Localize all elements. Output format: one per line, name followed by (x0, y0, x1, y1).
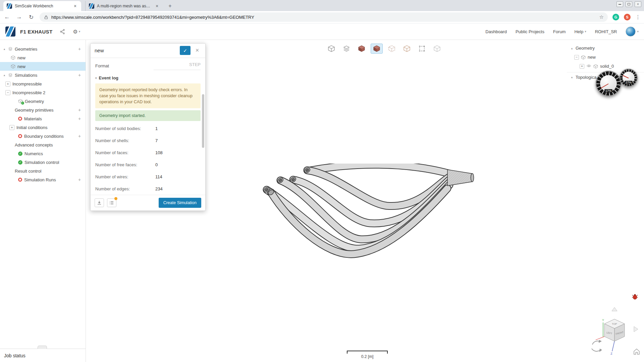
box-select-button[interactable] (416, 44, 428, 54)
sidebar-item-boundary-conditions[interactable]: Boundary conditions + (0, 132, 86, 140)
tree-label: Geometry primitives (15, 108, 54, 113)
add-material-button[interactable]: + (77, 116, 82, 121)
panel-scrollbar[interactable] (202, 94, 204, 148)
simscale-logo[interactable] (5, 26, 15, 37)
sidebar-item-geometry-new-1[interactable]: new (0, 53, 86, 62)
add-primitive-button[interactable]: + (77, 107, 82, 113)
geometry-detail-panel: ✓ × Format STEP ▾ Event log Geometry imp… (90, 43, 206, 211)
collapse-chevron-icon[interactable]: ▴ (570, 47, 574, 50)
expand-icon[interactable]: + (9, 125, 14, 130)
collapse-chevron-icon[interactable]: ▴ (3, 73, 6, 77)
wireframe-view-button[interactable] (401, 44, 413, 54)
sidebar-item-simulations[interactable]: ▴ Simulations + (0, 71, 86, 79)
grammarly-extension-icon[interactable]: G (612, 14, 619, 20)
solid-view-button[interactable] (356, 44, 368, 54)
avatar[interactable] (626, 26, 636, 37)
tree-label: Numerics (24, 151, 43, 156)
simscale-favicon (89, 3, 94, 9)
multi-select-button[interactable] (431, 44, 443, 54)
layers-view-button[interactable] (340, 44, 353, 54)
tree-label: Simulations (15, 73, 37, 78)
back-icon[interactable]: ← (3, 14, 11, 20)
nav-public-projects[interactable]: Public Projects (516, 29, 544, 34)
event-log-header[interactable]: ▾ Event log (95, 73, 201, 83)
sidebar-item-initial-conditions[interactable]: + Initial conditions (0, 123, 86, 132)
visibility-eye-icon[interactable] (586, 63, 591, 69)
collapse-icon[interactable]: − (5, 90, 10, 95)
stat-label: Number of faces: (95, 150, 155, 155)
geometry-item-new[interactable]: − new (567, 53, 644, 62)
sidebar-item-advanced-concepts[interactable]: Advanced concepts (0, 140, 86, 149)
sidebar-item-geometry[interactable]: ✓ Geometry (0, 97, 86, 106)
browser-tab-active[interactable]: SimScale Workbench × (3, 1, 81, 11)
sidebar-item-geometry-primitives[interactable]: Geometry primitives + (0, 106, 86, 114)
gauge-overlay-large: 17% (596, 71, 621, 96)
confirm-button[interactable]: ✓ (180, 46, 191, 55)
expand-icon[interactable]: + (580, 64, 584, 69)
tab-close-icon[interactable]: × (72, 3, 78, 9)
close-panel-button[interactable]: × (193, 47, 201, 55)
geometry-name-input[interactable] (95, 48, 177, 53)
reload-icon[interactable]: ↻ (28, 14, 35, 21)
add-simulation-button[interactable]: + (77, 72, 82, 78)
axis-y-label: Y (602, 318, 604, 322)
nav-help[interactable]: Help ▾ (574, 29, 586, 34)
url-bar[interactable]: https://www.simscale.com/workbench/?pid=… (40, 12, 608, 22)
sidebar-item-simulation-control[interactable]: ✓ Simulation control (0, 158, 86, 167)
navigation-cube[interactable]: Y Z TOP LEFT FRONT (588, 304, 641, 358)
browser-tab-strip: SimScale Workbench × A multi-region mesh… (0, 0, 644, 11)
expand-icon[interactable]: + (5, 81, 10, 86)
sidebar-item-numerics[interactable]: ✓ Numerics (0, 149, 86, 158)
sidebar-item-geometries[interactable]: ▴ Geometries + (0, 45, 86, 53)
fit-view-button[interactable] (325, 44, 337, 54)
add-boundary-condition-button[interactable]: + (77, 133, 82, 139)
sidebar-item-geometry-new-2-selected[interactable]: new (0, 62, 86, 71)
sidebar-item-result-control[interactable]: Result control (0, 167, 86, 175)
collapse-chevron-icon[interactable]: ▴ (3, 47, 6, 51)
browser-menu-icon[interactable]: ⋮ (635, 14, 641, 20)
nav-forum[interactable]: Forum (553, 29, 566, 34)
add-geometry-button[interactable]: + (77, 46, 82, 52)
project-settings-button[interactable]: ⚙ ▾ (73, 28, 80, 35)
bookmark-star-icon[interactable]: ☆ (599, 14, 604, 20)
exhaust-model[interactable] (261, 164, 476, 264)
nav-dashboard[interactable]: Dashboard (485, 29, 507, 34)
tab-close-icon[interactable]: × (154, 3, 160, 9)
geometry-panel-header[interactable]: ▴ Geometry (567, 44, 644, 53)
collapse-icon[interactable]: − (574, 55, 579, 60)
browser-tab-inactive[interactable]: A multi-region mesh was assigne × (85, 1, 163, 11)
geometry-icon (11, 64, 15, 69)
hidden-geometry-button[interactable] (386, 44, 398, 54)
window-minimize-button[interactable] (616, 1, 623, 7)
stat-label: Number of solid bodies: (95, 126, 155, 131)
geometry-icon (11, 55, 15, 60)
bug-report-icon[interactable] (632, 294, 638, 300)
gauge-value: 27% (625, 81, 633, 84)
sidebar-item-simulation-runs[interactable]: Simulation Runs + (0, 175, 86, 184)
stat-label: Number of wires: (95, 174, 155, 179)
forward-icon[interactable]: → (15, 14, 23, 20)
download-geometry-button[interactable] (95, 198, 104, 207)
window-restore-button[interactable] (626, 1, 632, 7)
new-tab-button[interactable]: + (166, 2, 174, 10)
share-button[interactable] (60, 29, 65, 35)
solid-icon (593, 64, 598, 69)
chevron-down-icon: ▾ (79, 30, 80, 33)
stat-row: Number of wires:114 (95, 171, 201, 183)
job-status-handle[interactable] (38, 346, 47, 349)
stat-row: Number of solid bodies:1 (95, 122, 201, 134)
extension-s-icon[interactable]: S (624, 14, 631, 20)
solid-select-mode-button[interactable] (371, 44, 383, 54)
job-status-bar[interactable]: Job status (0, 349, 86, 362)
user-menu[interactable]: ▾ (626, 26, 639, 37)
create-simulation-button[interactable]: Create Simulation (159, 198, 201, 208)
window-close-button[interactable]: × (635, 1, 641, 7)
url-text[interactable]: https://www.simscale.com/workbench/?pid=… (51, 15, 597, 20)
collapse-chevron-icon[interactable]: ▴ (570, 75, 574, 79)
add-run-button[interactable]: + (77, 177, 82, 182)
help-label: Help (574, 29, 583, 34)
sidebar-item-incompressible[interactable]: + Incompressible (0, 79, 86, 88)
sidebar-item-materials[interactable]: Materials + (0, 114, 86, 123)
sidebar-item-incompressible-2[interactable]: − Incompressible 2 (0, 88, 86, 97)
event-log-list-button[interactable] (107, 198, 116, 207)
